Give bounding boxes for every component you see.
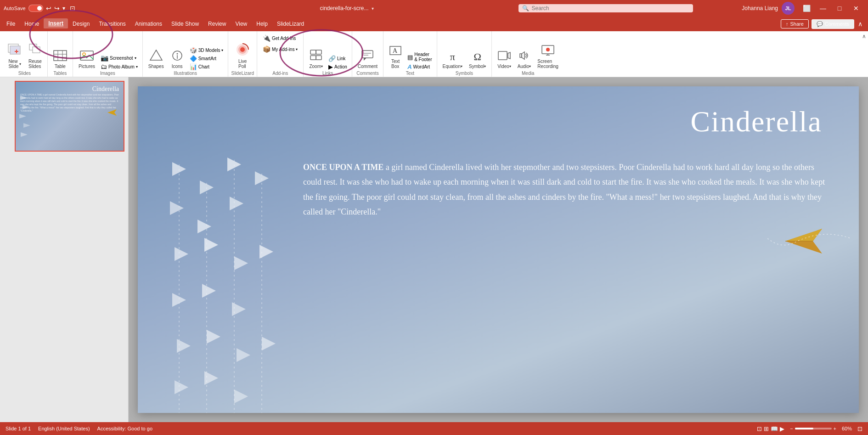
svg-marker-39 (19, 114, 26, 119)
svg-marker-54 (175, 247, 188, 261)
video-dropdown[interactable]: ▾ (509, 64, 511, 68)
customize-qat-icon[interactable]: ▾ (62, 5, 65, 11)
menu-transitions[interactable]: Transitions (94, 19, 130, 29)
chart-icon: 📊 (190, 63, 197, 70)
3d-models-dropdown[interactable]: ▾ (221, 48, 223, 52)
live-poll-button[interactable]: LivePoll (231, 40, 254, 71)
new-slide-dropdown[interactable]: ▾ (19, 62, 21, 66)
zoom-out-button[interactable]: − (790, 426, 793, 431)
comments-button[interactable]: 💬 Comments (812, 19, 854, 29)
ribbon-group-symbols: π Equation ▾ Ω Symbol ▾ Symbols (437, 31, 492, 77)
undo-icon[interactable]: ↩ (46, 5, 51, 12)
text-box-button[interactable]: A TextBox (386, 42, 405, 71)
screen-recording-button[interactable]: ScreenRecording (535, 42, 561, 71)
zoom-level[interactable]: 60% (838, 426, 852, 431)
ribbon-collapse-button[interactable]: ∧ (862, 33, 866, 40)
zoom-in-button[interactable]: + (834, 426, 836, 431)
reuse-slides-label: ReuseSlides (28, 59, 42, 69)
svg-text:A: A (393, 47, 398, 54)
redo-icon[interactable]: ↪ (54, 5, 60, 12)
svg-marker-58 (172, 293, 186, 307)
shapes-button[interactable]: Shapes (146, 47, 167, 71)
comment-button[interactable]: Comment (355, 47, 380, 71)
ribbon-expand-button[interactable]: ∧ (854, 19, 866, 28)
3d-models-button[interactable]: 🎲 3D Models ▾ (188, 46, 225, 54)
audio-button[interactable]: Audio ▾ (515, 47, 534, 71)
filename-dropdown-icon[interactable]: ▾ (372, 6, 374, 11)
get-addins-button[interactable]: 🔌 Get Add-ins (260, 33, 299, 43)
menu-design[interactable]: Design (68, 19, 94, 29)
menu-slidelizard[interactable]: SlideLizard (272, 19, 309, 29)
menu-home[interactable]: Home (20, 19, 44, 29)
smartart-button[interactable]: 🔷 SmartArt (188, 55, 225, 62)
header-footer-icon: ▤ (407, 54, 413, 61)
zoom-slider[interactable] (795, 428, 832, 429)
video-button[interactable]: Video ▾ (495, 47, 513, 71)
user-avatar[interactable]: JL (782, 2, 795, 15)
search-bar[interactable]: 🔍 (519, 4, 693, 12)
reuse-slides-button[interactable]: ReuseSlides (26, 41, 45, 71)
equation-dropdown[interactable]: ▾ (461, 64, 462, 68)
symbol-button[interactable]: Ω Symbol ▾ (466, 49, 489, 71)
svg-marker-40 (23, 123, 30, 128)
screenshot-dropdown[interactable]: ▾ (135, 56, 136, 60)
equation-button[interactable]: π Equation ▾ (440, 49, 465, 71)
header-footer-label: Header& Footer (414, 52, 432, 62)
pictures-button[interactable]: Pictures (76, 47, 98, 71)
photo-album-button[interactable]: 🗂 Photo Album ▾ (99, 62, 140, 71)
my-addins-button[interactable]: 📦 My Add-ins ▾ (260, 44, 300, 54)
share-button[interactable]: ↑ Share (781, 19, 809, 28)
slides-buttons: NewSlide ▾ ReuseSlides (5, 33, 45, 71)
search-input[interactable] (532, 5, 689, 11)
svg-rect-21 (316, 50, 321, 54)
slide-thumbnail[interactable]: Cinderella ONCE UPON A TIME a girl named… (15, 81, 124, 152)
table-button[interactable]: Table (51, 47, 70, 71)
svg-marker-57 (259, 245, 273, 259)
action-button[interactable]: ▶ Action (327, 63, 349, 71)
slide-main[interactable]: Cinderella ONCE UPON A TIME a girl named… (138, 86, 859, 413)
menu-file[interactable]: File (2, 19, 20, 29)
layout-icon[interactable]: ⊡ (70, 5, 75, 12)
media-buttons: Video ▾ Audio ▾ ScreenRecording (495, 33, 561, 71)
3d-models-label: 3D Models (198, 48, 220, 53)
icons-button[interactable]: Icons (168, 47, 187, 71)
new-slide-button[interactable]: NewSlide ▾ (5, 41, 25, 71)
maximize-button[interactable]: □ (831, 0, 848, 17)
zoom-dropdown[interactable]: ▾ (321, 64, 323, 68)
normal-view-button[interactable]: ⊡ (757, 425, 762, 432)
fit-slide-button[interactable]: ⊡ (857, 425, 862, 432)
menu-review[interactable]: Review (203, 19, 231, 29)
reading-view-button[interactable]: 📖 (771, 425, 778, 432)
action-icon: ▶ (328, 63, 333, 70)
svg-marker-61 (177, 339, 191, 353)
menu-help[interactable]: Help (252, 19, 272, 29)
slideshow-view-button[interactable]: ▶ (780, 425, 784, 432)
symbol-dropdown[interactable]: ▾ (484, 64, 486, 68)
close-button[interactable]: ✕ (848, 0, 864, 17)
ribbon-display-icon[interactable]: ⬜ (798, 0, 815, 17)
minimize-button[interactable]: — (815, 0, 831, 17)
menu-animations[interactable]: Animations (130, 19, 167, 29)
autosave-toggle[interactable] (28, 5, 43, 12)
audio-dropdown[interactable]: ▾ (529, 64, 531, 68)
wordart-button[interactable]: A WordArt (406, 63, 434, 71)
photo-album-dropdown[interactable]: ▾ (136, 65, 138, 69)
zoom-button[interactable]: Zoom ▾ (306, 47, 326, 71)
svg-rect-32 (520, 54, 522, 57)
menu-insert[interactable]: Insert (44, 18, 68, 29)
status-bar: Slide 1 of 1 English (United States) Acc… (0, 422, 868, 435)
symbols-buttons: π Equation ▾ Ω Symbol ▾ (440, 33, 489, 71)
ribbon-group-slides: NewSlide ▾ ReuseSlides Slides (2, 31, 48, 77)
menu-slideshow[interactable]: Slide Show (167, 19, 203, 29)
link-button[interactable]: 🔗 Link (327, 55, 349, 62)
slide-canvas: Cinderella ONCE UPON A TIME a girl named… (129, 77, 868, 422)
smartart-icon: 🔷 (190, 55, 197, 62)
chart-button[interactable]: 📊 Chart (188, 63, 225, 71)
ribbon-group-images: Pictures 📷 Screenshot ▾ 🗂 Photo Album ▾ … (73, 31, 143, 77)
menu-view[interactable]: View (231, 19, 252, 29)
slide-sorter-button[interactable]: ⊞ (764, 425, 769, 432)
zoom-label: Zoom (309, 64, 321, 69)
header-footer-button[interactable]: ▤ Header& Footer (406, 51, 434, 62)
my-addins-dropdown[interactable]: ▾ (296, 47, 298, 51)
screenshot-button[interactable]: 📷 Screenshot ▾ (99, 54, 140, 62)
